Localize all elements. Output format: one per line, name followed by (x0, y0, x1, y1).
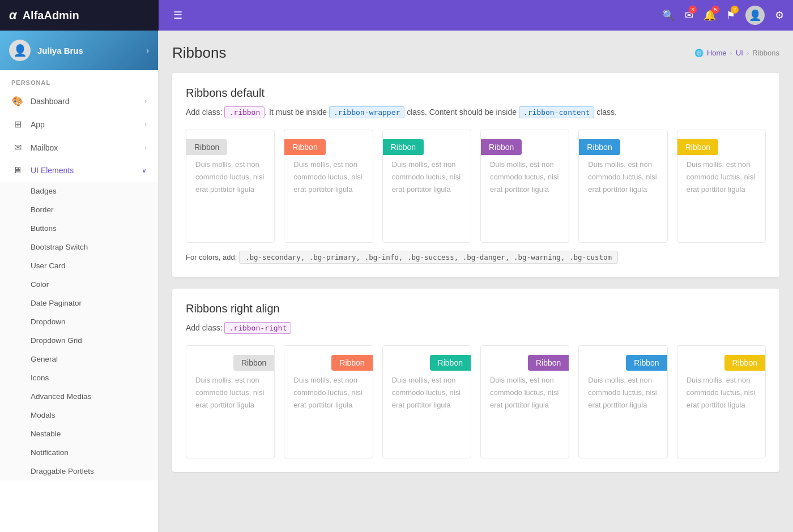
colors-hint: For colors, add: .bg-secondary, .bg-prim… (186, 251, 766, 264)
subitem-date-paginator[interactable]: Date Paginator (0, 294, 158, 312)
subitem-advanced-medias[interactable]: Advanced Medias (0, 387, 158, 406)
flag-badge: 2 (731, 6, 739, 14)
section-right-title: Ribbons right align (186, 302, 766, 315)
subitem-dropdown[interactable]: Dropdown (0, 312, 158, 331)
ribbon-right-card-2: Ribbon Duis mollis, est non commodo luct… (284, 345, 373, 458)
code-ribbon: .ribbon (224, 106, 265, 118)
colors-code: .bg-secondary, .bg-primary, .bg-info, .b… (239, 251, 618, 264)
menu-toggle[interactable]: ☰ (170, 6, 186, 25)
subitem-bootstrap-switch[interactable]: Bootstrap Switch (0, 238, 158, 256)
sidebar-profile[interactable]: 👤 Juliya Brus › (0, 31, 158, 70)
sidebar-item-label: Dashboard (31, 97, 70, 106)
ribbon-right-card-3: Ribbon Duis mollis, est non commodo luct… (382, 345, 471, 458)
ribbon-tag-orange: Ribbon (284, 139, 325, 155)
subitem-user-card[interactable]: User Card (0, 256, 158, 275)
sidebar-item-label: App (31, 120, 45, 129)
navbar: α AlfaAdmin ☰ 🔍 ✉ 3 🔔 5 ⚑ 2 👤 ⚙ (0, 0, 793, 31)
subitem-border[interactable]: Border (0, 200, 158, 219)
brand: α AlfaAdmin (0, 0, 159, 31)
profile-avatar: 👤 (9, 40, 31, 61)
section-default-desc: Add class: .ribbon. It must be inside .r… (186, 106, 766, 118)
dashboard-icon: 🎨 (11, 96, 24, 106)
ribbon-right-card-4: Ribbon Duis mollis, est non commodo luct… (480, 345, 569, 458)
subitem-draggable-portlets[interactable]: Draggable Portlets (0, 462, 158, 480)
sidebar-item-mailbox[interactable]: ✉ Mailbox › (0, 136, 158, 159)
ribbon-card-2: Ribbon Duis mollis, est non commodo luct… (284, 130, 373, 243)
ribbon-right-body-1: Duis mollis, est non commodo luctus, nis… (195, 374, 265, 411)
ribbon-default-grid: Ribbon Duis mollis, est non commodo luct… (186, 130, 766, 243)
subitem-modals[interactable]: Modals (0, 406, 158, 424)
page-header: Ribbons 🌐 Home › UI › Ribbons (172, 44, 779, 62)
breadcrumb-sep1: › (730, 49, 732, 57)
subitem-general[interactable]: General (0, 350, 158, 368)
sidebar-section-label: PERSONAL (0, 70, 158, 89)
main-layout: 👤 Juliya Brus › PERSONAL 🎨 Dashboard › ⊞… (0, 31, 793, 532)
section-right-desc: Add class: .ribbon-right (186, 322, 766, 334)
breadcrumb: 🌐 Home › UI › Ribbons (694, 49, 779, 57)
section-default-title: Ribbons default (186, 87, 766, 100)
breadcrumb-home-icon: 🌐 (694, 49, 704, 57)
subitem-buttons[interactable]: Buttons (0, 219, 158, 238)
logo-icon: α (9, 8, 17, 23)
ribbon-right-tag-purple: Ribbon (528, 355, 569, 371)
navbar-right: 🔍 ✉ 3 🔔 5 ⚑ 2 👤 ⚙ (662, 6, 784, 25)
ribbon-body-2: Duis mollis, est non commodo luctus, nis… (293, 158, 363, 196)
flag-icon[interactable]: ⚑ 2 (726, 9, 735, 22)
breadcrumb-ui[interactable]: UI (736, 49, 743, 57)
search-icon[interactable]: 🔍 (662, 9, 675, 22)
ribbon-right-tag-teal: Ribbon (430, 355, 471, 371)
ribbon-tag-gray: Ribbon (186, 139, 227, 155)
breadcrumb-current: Ribbons (752, 49, 779, 57)
breadcrumb-sep2: › (747, 49, 749, 57)
sidebar-item-label: Mailbox (31, 143, 58, 152)
sidebar-subitems: Badges Border Buttons Bootstrap Switch U… (0, 182, 158, 480)
breadcrumb-home[interactable]: Home (707, 49, 727, 57)
ribbon-body-6: Duis mollis, est non commodo luctus, nis… (687, 158, 756, 196)
ribbon-tag-teal: Ribbon (383, 139, 424, 155)
brand-normal: Admin (44, 9, 79, 22)
ribbon-body-4: Duis mollis, est non commodo luctus, nis… (490, 158, 560, 196)
sidebar-item-app[interactable]: ⊞ App › (0, 113, 158, 136)
subitem-nestable[interactable]: Nestable (0, 424, 158, 443)
mail-icon[interactable]: ✉ 3 (685, 9, 693, 22)
subitem-notification[interactable]: Notification (0, 443, 158, 462)
ui-icon: 🖥 (11, 165, 24, 175)
ribbon-card-1: Ribbon Duis mollis, est non commodo luct… (186, 130, 275, 243)
ribbon-right-body-2: Duis mollis, est non commodo luctus, nis… (293, 374, 363, 411)
code-ribbon-content: .ribbon-content (519, 106, 594, 118)
avatar[interactable]: 👤 (745, 6, 765, 25)
ribbon-right-tag-orange: Ribbon (331, 355, 372, 371)
subitem-badges[interactable]: Badges (0, 182, 158, 200)
subitem-icons[interactable]: Icons (0, 368, 158, 387)
ribbon-right-card-6: Ribbon Duis mollis, est non commodo luct… (677, 345, 766, 458)
bell-icon[interactable]: 🔔 5 (704, 9, 716, 22)
ribbon-right-body-4: Duis mollis, est non commodo luctus, nis… (490, 374, 560, 411)
ribbon-right-card-1: Ribbon Duis mollis, est non commodo luct… (186, 345, 275, 458)
profile-name: Juliya Brus (37, 46, 83, 55)
subitem-color[interactable]: Color (0, 275, 158, 294)
subitem-dropdown-grid[interactable]: Dropdown Grid (0, 331, 158, 350)
code-ribbon-right: .ribbon-right (224, 322, 291, 334)
ribbon-right-tag-cyan: Ribbon (626, 355, 667, 371)
ribbon-tag-yellow: Ribbon (677, 139, 718, 155)
sidebar: 👤 Juliya Brus › PERSONAL 🎨 Dashboard › ⊞… (0, 31, 159, 532)
ribbon-tag-purple: Ribbon (481, 139, 522, 155)
ribbon-right-body-5: Duis mollis, est non commodo luctus, nis… (588, 374, 658, 411)
sidebar-item-label: UI Elements (31, 166, 74, 175)
settings-icon[interactable]: ⚙ (775, 9, 784, 22)
code-ribbon-wrapper: .ribbon-wrapper (329, 106, 404, 118)
profile-chevron: › (146, 46, 149, 55)
mailbox-icon: ✉ (11, 142, 24, 153)
ribbon-right-body-6: Duis mollis, est non commodo luctus, nis… (687, 374, 756, 411)
app-icon: ⊞ (11, 119, 24, 130)
sidebar-item-ui-elements[interactable]: 🖥 UI Elements ∨ (0, 159, 158, 182)
ribbon-card-6: Ribbon Duis mollis, est non commodo luct… (677, 130, 766, 243)
brand-bold: Alfa (23, 9, 44, 22)
ribbon-card-3: Ribbon Duis mollis, est non commodo luct… (382, 130, 471, 243)
section-ribbons-default: Ribbons default Add class: .ribbon. It m… (172, 73, 779, 277)
sidebar-item-dashboard[interactable]: 🎨 Dashboard › (0, 89, 158, 113)
ribbon-right-body-3: Duis mollis, est non commodo luctus, nis… (392, 374, 462, 411)
brand-text: AlfaAdmin (23, 9, 79, 22)
content: Ribbons 🌐 Home › UI › Ribbons Ribbons de… (159, 31, 793, 532)
section-ribbons-right: Ribbons right align Add class: .ribbon-r… (172, 289, 779, 472)
